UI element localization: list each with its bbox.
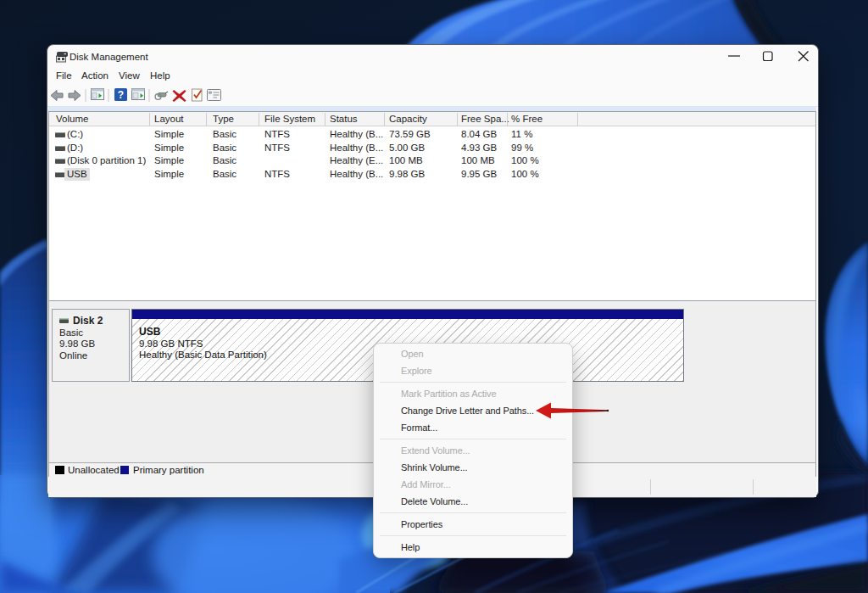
svg-text:?: ? — [118, 89, 124, 101]
